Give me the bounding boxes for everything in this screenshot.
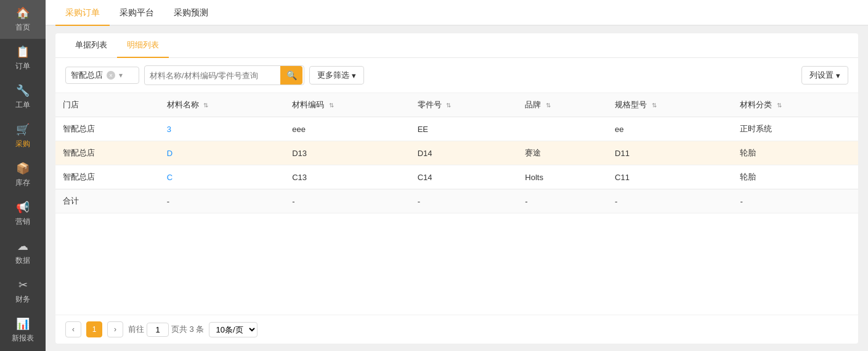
col-part-number[interactable]: 零件号 ⇅	[410, 93, 518, 117]
search-button[interactable]: 🔍	[280, 66, 302, 85]
sidebar-label-home: 首页	[15, 22, 30, 33]
total-cell: -	[410, 189, 518, 213]
total-cell: -	[160, 189, 285, 213]
table-row: 智配总店3eeeEEee正时系统	[55, 117, 858, 141]
sort-icon-code: ⇅	[329, 102, 334, 109]
col-settings-chevron-icon: ▾	[836, 71, 840, 80]
store-filter-dropdown-icon[interactable]: ▾	[119, 71, 123, 80]
total-row: 合计------	[55, 189, 858, 213]
table-body: 智配总店3eeeEEee正时系统智配总店DD13D14赛途D11轮胎智配总店CC…	[55, 117, 858, 213]
table-cell: eee	[285, 117, 410, 141]
sub-tabs: 单据列表 明细列表	[55, 33, 858, 58]
sub-tab-detail-list[interactable]: 明细列表	[117, 33, 169, 58]
col-category[interactable]: 材料分类 ⇅	[732, 93, 858, 117]
total-cell: -	[732, 189, 858, 213]
more-filter-chevron-icon: ▾	[352, 71, 356, 80]
sidebar-label-inventory: 库存	[15, 178, 30, 188]
table-cell[interactable]: D	[160, 141, 285, 165]
purchase-icon: 🛒	[16, 123, 30, 136]
table-cell: 正时系统	[732, 117, 858, 141]
sub-tab-document-list[interactable]: 单据列表	[65, 33, 117, 58]
search-input[interactable]	[145, 68, 280, 83]
tab-purchase-order[interactable]: 采购订单	[55, 1, 110, 26]
sidebar: 🏠 首页 📋 订单 🔧 工单 🛒 采购 📦 库存 📢 营销 ☁ 数据 ✂ 财务 …	[0, 0, 46, 351]
goto-label: 前往	[128, 324, 144, 335]
sort-icon-part: ⇅	[446, 102, 451, 109]
col-material-code[interactable]: 材料编码 ⇅	[285, 93, 410, 117]
table-cell: 智配总店	[55, 117, 160, 141]
order-icon: 📋	[16, 45, 30, 59]
finance-icon: ✂	[18, 278, 28, 292]
table-cell: D14	[410, 141, 518, 165]
new-report-icon: 📊	[16, 317, 30, 331]
sidebar-item-finance[interactable]: ✂ 财务	[0, 272, 46, 311]
sidebar-item-order[interactable]: 📋 订单	[0, 39, 46, 78]
sort-icon-name: ⇅	[203, 102, 208, 109]
current-page-button[interactable]: 1	[86, 321, 102, 337]
sidebar-item-marketing[interactable]: 📢 营销	[0, 194, 46, 233]
goto-wrap: 前往 页共 3 条	[128, 323, 204, 337]
sidebar-label-data: 数据	[15, 255, 30, 266]
main-card: 单据列表 明细列表 智配总店 × ▾ 🔍 更多筛选 ▾	[55, 33, 858, 344]
sidebar-item-inventory[interactable]: 📦 库存	[0, 155, 46, 194]
current-page: 1	[92, 325, 97, 334]
more-filter-button[interactable]: 更多筛选 ▾	[309, 66, 364, 85]
table-cell: Holts	[517, 165, 607, 189]
page-size-select[interactable]: 10条/页 20条/页 50条/页	[209, 322, 258, 337]
store-filter-tag-text: 智配总店	[71, 70, 103, 81]
table-header-row: 门店 材料名称 ⇅ 材料编码 ⇅ 零件号	[55, 93, 858, 117]
table-cell: D11	[607, 141, 732, 165]
total-cell: -	[517, 189, 607, 213]
tab-purchase-forecast[interactable]: 采购预测	[164, 1, 218, 26]
page-total-text: 页共 3 条	[171, 324, 204, 335]
next-page-button[interactable]: ›	[107, 321, 123, 337]
table-cell: 轮胎	[732, 141, 858, 165]
table-wrap: 门店 材料名称 ⇅ 材料编码 ⇅ 零件号	[55, 93, 858, 315]
sidebar-item-workorder[interactable]: 🔧 工单	[0, 78, 46, 117]
home-icon: 🏠	[16, 6, 30, 20]
sidebar-label-new-report: 新报表	[12, 333, 34, 344]
more-filter-label: 更多筛选	[317, 70, 349, 81]
next-icon: ›	[114, 325, 116, 334]
table-cell: 智配总店	[55, 141, 160, 165]
col-spec[interactable]: 规格型号 ⇅	[607, 93, 732, 117]
prev-page-button[interactable]: ‹	[65, 321, 81, 337]
table-cell	[517, 117, 607, 141]
sidebar-item-new-report[interactable]: 📊 新报表	[0, 311, 46, 350]
col-material-name[interactable]: 材料名称 ⇅	[160, 93, 285, 117]
col-store: 门店	[55, 93, 160, 117]
sort-icon-brand: ⇅	[546, 102, 551, 109]
sort-icon-spec: ⇅	[652, 102, 657, 109]
store-filter-tag[interactable]: 智配总店 × ▾	[65, 67, 139, 84]
tab-purchase-platform[interactable]: 采购平台	[110, 1, 164, 26]
col-settings-label: 列设置	[809, 70, 834, 81]
sidebar-label-marketing: 营销	[15, 217, 30, 227]
total-cell: -	[607, 189, 732, 213]
sidebar-label-purchase: 采购	[15, 139, 30, 149]
total-cell: -	[285, 189, 410, 213]
table-cell: C13	[285, 165, 410, 189]
pagination: ‹ 1 › 前往 页共 3 条 10条/页 20条/页 50条/页	[55, 315, 858, 344]
table-cell: 智配总店	[55, 165, 160, 189]
store-filter-close-icon[interactable]: ×	[107, 71, 115, 80]
table-cell[interactable]: 3	[160, 117, 285, 141]
marketing-icon: 📢	[16, 200, 30, 214]
col-settings-button[interactable]: 列设置 ▾	[801, 66, 848, 85]
workorder-icon: 🔧	[16, 84, 30, 97]
table-cell: C14	[410, 165, 518, 189]
data-table: 门店 材料名称 ⇅ 材料编码 ⇅ 零件号	[55, 93, 858, 213]
sidebar-item-home[interactable]: 🏠 首页	[0, 0, 46, 39]
data-icon: ☁	[17, 239, 28, 253]
table-cell: ee	[607, 117, 732, 141]
main-content: 采购订单 采购平台 采购预测 单据列表 明细列表 智配总店 × ▾ 🔍	[46, 0, 868, 351]
sort-icon-category: ⇅	[777, 102, 782, 109]
table-cell[interactable]: C	[160, 165, 285, 189]
sidebar-item-data[interactable]: ☁ 数据	[0, 233, 46, 272]
table-cell: C11	[607, 165, 732, 189]
sidebar-label-workorder: 工单	[15, 100, 30, 110]
col-brand[interactable]: 品牌 ⇅	[517, 93, 607, 117]
goto-input[interactable]	[147, 323, 169, 337]
table-cell: EE	[410, 117, 518, 141]
sidebar-item-purchase[interactable]: 🛒 采购	[0, 117, 46, 155]
content-area: 单据列表 明细列表 智配总店 × ▾ 🔍 更多筛选 ▾	[46, 26, 868, 351]
